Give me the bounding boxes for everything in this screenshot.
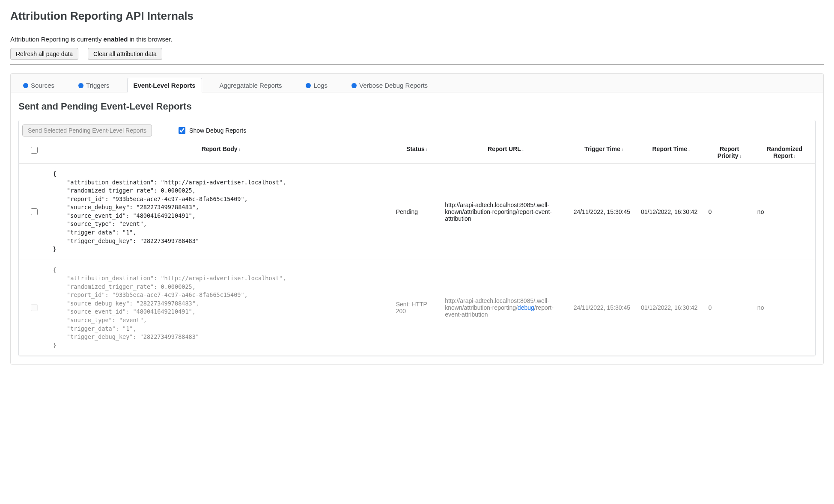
- dot-icon: [306, 83, 311, 88]
- cell-priority: 0: [705, 164, 754, 260]
- cell-report-time: 01/12/2022, 16:30:42: [637, 164, 705, 260]
- header-body-label: Report Body: [202, 145, 238, 152]
- cell-status: Sent: HTTP 200: [393, 260, 441, 356]
- tab-sources[interactable]: Sources: [17, 78, 61, 92]
- tab-label: Aggregatable Reports: [220, 82, 282, 89]
- table-header-row: Report Body Status Report URL Trigger Ti…: [19, 141, 815, 164]
- header-trigger-time-label: Trigger Time: [584, 145, 620, 152]
- table-row: { "attribution_destination": "http://ara…: [19, 164, 815, 260]
- cell-report-url: http://arapi-adtech.localhost:8085/.well…: [441, 164, 570, 260]
- show-debug-label[interactable]: Show Debug Reports: [177, 126, 246, 135]
- header-select-all: [19, 141, 50, 164]
- header-report-time-label: Report Time: [652, 145, 687, 152]
- header-report-time[interactable]: Report Time: [637, 141, 705, 164]
- tabs-container: SourcesTriggersEvent-Level ReportsAggreg…: [10, 73, 824, 365]
- show-debug-text: Show Debug Reports: [189, 127, 246, 134]
- tab-label: Sources: [31, 82, 54, 89]
- status-suffix: in this browser.: [128, 36, 172, 43]
- cell-report-url: http://arapi-adtech.localhost:8085/.well…: [441, 260, 570, 356]
- page-title: Attribution Reporting API Internals: [10, 9, 824, 23]
- tab-event-reports[interactable]: Event-Level Reports: [127, 78, 202, 92]
- tab-label: Event-Level Reports: [134, 82, 196, 89]
- table-toolbar: Send Selected Pending Event-Level Report…: [19, 120, 815, 141]
- tab-bar: SourcesTriggersEvent-Level ReportsAggreg…: [11, 74, 823, 92]
- header-body[interactable]: Report Body: [50, 141, 393, 164]
- cell-randomized: no: [754, 260, 815, 356]
- status-prefix: Attribution Reporting is currently: [10, 36, 104, 43]
- status-line: Attribution Reporting is currently enabl…: [10, 36, 824, 43]
- show-debug-checkbox[interactable]: [179, 127, 185, 134]
- sort-icon: [238, 145, 241, 152]
- tab-verbose[interactable]: Verbose Debug Reports: [345, 78, 434, 92]
- tab-label: Triggers: [86, 82, 109, 89]
- sort-icon: [425, 145, 428, 152]
- row-select-checkbox[interactable]: [31, 208, 38, 215]
- dot-icon: [351, 83, 357, 88]
- cell-trigger-time: 24/11/2022, 15:30:45: [570, 260, 637, 356]
- cell-report-body: { "attribution_destination": "http://ara…: [50, 164, 393, 260]
- sort-icon: [792, 152, 795, 159]
- send-selected-button[interactable]: Send Selected Pending Event-Level Report…: [22, 125, 152, 136]
- sort-icon: [687, 145, 690, 152]
- header-priority-label: Report Priority: [718, 145, 739, 159]
- tab-triggers[interactable]: Triggers: [72, 78, 116, 92]
- header-status-label: Status: [406, 145, 425, 152]
- report-body-text: { "attribution_destination": "http://ara…: [53, 170, 389, 254]
- row-select-cell: [19, 164, 50, 260]
- table-wrapper: Send Selected Pending Event-Level Report…: [18, 120, 816, 356]
- cell-priority: 0: [705, 260, 754, 356]
- row-select-checkbox: [31, 304, 38, 311]
- table-body: { "attribution_destination": "http://ara…: [19, 164, 815, 356]
- tab-label: Verbose Debug Reports: [359, 82, 428, 89]
- header-randomized-label: Randomized Report: [767, 145, 802, 159]
- cell-randomized: no: [754, 164, 815, 260]
- header-url-label: Report URL: [488, 145, 521, 152]
- tab-aggregatable[interactable]: Aggregatable Reports: [213, 78, 289, 92]
- header-trigger-time[interactable]: Trigger Time: [570, 141, 637, 164]
- report-body-text: { "attribution_destination": "http://ara…: [53, 266, 389, 350]
- header-randomized[interactable]: Randomized Report: [754, 141, 815, 164]
- dot-icon: [78, 83, 83, 88]
- header-priority[interactable]: Report Priority: [705, 141, 754, 164]
- sort-icon: [739, 152, 742, 159]
- divider: [10, 64, 824, 65]
- table-row: { "attribution_destination": "http://ara…: [19, 260, 815, 356]
- header-status[interactable]: Status: [393, 141, 441, 164]
- sort-icon: [620, 145, 623, 152]
- refresh-button[interactable]: Refresh all page data: [10, 48, 78, 60]
- sort-icon: [521, 145, 524, 152]
- tab-logs[interactable]: Logs: [299, 78, 334, 92]
- cell-status: Pending: [393, 164, 441, 260]
- status-word: enabled: [104, 36, 128, 43]
- panel-heading: Sent and Pending Event-Level Reports: [18, 101, 816, 112]
- cell-report-body: { "attribution_destination": "http://ara…: [50, 260, 393, 356]
- reports-table: Report Body Status Report URL Trigger Ti…: [19, 141, 815, 356]
- row-select-cell: [19, 260, 50, 356]
- select-all-checkbox[interactable]: [31, 147, 38, 154]
- header-url[interactable]: Report URL: [441, 141, 570, 164]
- cell-trigger-time: 24/11/2022, 15:30:45: [570, 164, 637, 260]
- dot-icon: [23, 83, 28, 88]
- tab-label: Logs: [313, 82, 328, 89]
- top-button-row: Refresh all page data Clear all attribut…: [10, 48, 824, 60]
- cell-report-time: 01/12/2022, 16:30:42: [637, 260, 705, 356]
- clear-button[interactable]: Clear all attribution data: [88, 48, 162, 60]
- event-reports-panel: Sent and Pending Event-Level Reports Sen…: [11, 92, 823, 364]
- url-debug-segment: debug: [518, 304, 534, 311]
- url-segment: http://arapi-adtech.localhost:8085/.well…: [445, 202, 552, 222]
